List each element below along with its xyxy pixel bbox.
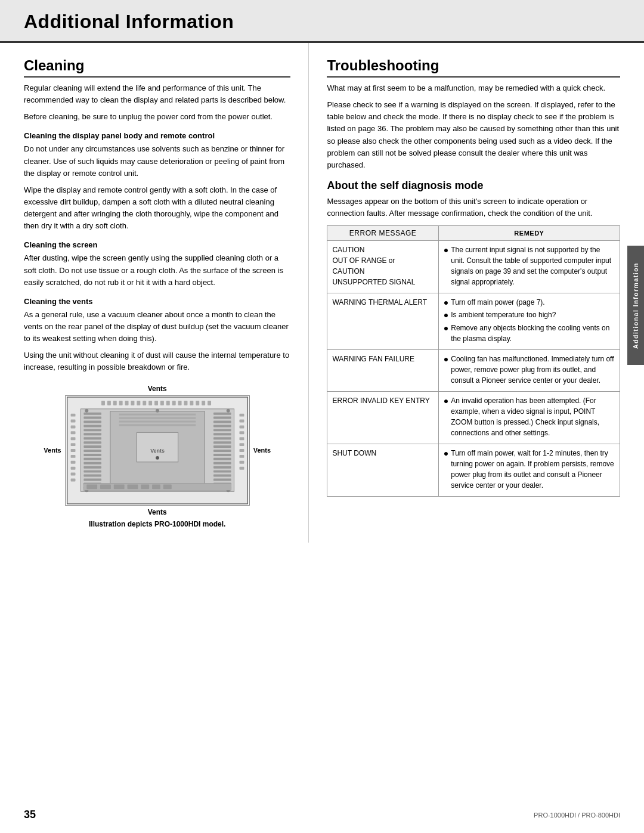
svg-rect-96 <box>127 484 138 489</box>
svg-rect-49 <box>83 437 101 439</box>
svg-rect-4 <box>119 400 122 405</box>
svg-rect-10 <box>154 400 158 405</box>
svg-rect-8 <box>143 400 146 405</box>
svg-rect-66 <box>213 429 231 431</box>
svg-rect-12 <box>166 400 170 405</box>
svg-rect-40 <box>239 460 244 463</box>
svg-rect-41 <box>239 466 244 469</box>
svg-rect-65 <box>213 425 231 427</box>
svg-rect-39 <box>239 454 244 457</box>
page-number: 35 <box>24 809 36 821</box>
svg-rect-69 <box>213 441 231 444</box>
left-column: Cleaning Regular cleaning will extend th… <box>0 43 309 543</box>
svg-rect-76 <box>213 470 231 472</box>
remedy-text: Remove any objects blocking the cooling … <box>451 323 615 344</box>
svg-rect-15 <box>184 400 187 405</box>
svg-rect-1 <box>101 400 105 405</box>
svg-rect-57 <box>83 470 101 472</box>
remedy-text: The current input signal is not supporte… <box>451 244 615 287</box>
svg-rect-6 <box>131 400 134 405</box>
cleaning-intro: Regular cleaning will extend the life an… <box>24 82 290 106</box>
svg-rect-62 <box>213 412 231 414</box>
error-cell: CAUTIONOUT OF RANGE orCAUTIONUNSUPPORTED… <box>327 241 438 293</box>
table-row: SHUT DOWN●Turn off main power, wait for … <box>327 444 620 496</box>
svg-rect-46 <box>83 425 101 427</box>
svg-rect-23 <box>70 431 75 434</box>
svg-point-87 <box>85 408 88 412</box>
svg-rect-95 <box>113 484 124 489</box>
bullet-icon: ● <box>444 354 448 364</box>
svg-rect-93 <box>86 484 97 489</box>
svg-rect-70 <box>213 445 231 448</box>
subsection-display-panel-text1: Do not under any circumstances use solve… <box>24 143 290 179</box>
bullet-item: ●Turn off main power (page 7). <box>444 297 615 308</box>
subsection-screen-title: Cleaning the screen <box>24 240 290 249</box>
svg-rect-30 <box>70 472 75 475</box>
svg-rect-34 <box>239 425 244 428</box>
self-diagnosis-title: About the self diagnosis mode <box>327 179 620 192</box>
svg-rect-78 <box>213 478 231 481</box>
svg-rect-28 <box>70 460 75 463</box>
svg-rect-17 <box>196 400 199 405</box>
svg-rect-21 <box>70 419 75 422</box>
error-cell: WARNING FAN FAILURE <box>327 349 438 391</box>
table-row: WARNING THERMAL ALERT●Turn off main powe… <box>327 293 620 349</box>
svg-rect-24 <box>70 437 75 440</box>
svg-rect-54 <box>83 457 101 460</box>
remedy-text: An invalid operation has been attempted.… <box>451 395 615 438</box>
vents-right-label: Vents <box>253 447 271 454</box>
svg-rect-2 <box>107 400 111 405</box>
bullet-item: ●An invalid operation has been attempted… <box>444 395 615 438</box>
bullet-icon: ● <box>444 309 448 320</box>
page-footer: 35 PRO-1000HDI / PRO-800HDI <box>0 809 644 821</box>
svg-rect-45 <box>83 420 101 423</box>
remedy-cell: ●Turn off main power (page 7).●Is ambien… <box>438 293 620 349</box>
svg-rect-3 <box>113 400 116 405</box>
bullet-icon: ● <box>444 297 448 308</box>
cleaning-before: Before cleaning, be sure to unplug the p… <box>24 111 290 123</box>
svg-rect-32 <box>239 413 244 416</box>
svg-point-88 <box>226 408 230 412</box>
svg-rect-47 <box>83 429 101 431</box>
svg-rect-26 <box>70 449 75 452</box>
svg-rect-18 <box>202 400 205 405</box>
svg-rect-35 <box>239 431 244 434</box>
svg-rect-85 <box>119 424 196 426</box>
table-header-error: ERROR MESSAGE <box>327 226 438 241</box>
remedy-text: Turn off main power, wait for 1-2 minute… <box>451 448 615 491</box>
svg-rect-73 <box>213 457 231 460</box>
svg-rect-37 <box>239 443 244 446</box>
remedy-cell: ●Turn off main power, wait for 1-2 minut… <box>438 444 620 496</box>
error-cell: SHUT DOWN <box>327 444 438 496</box>
bullet-icon: ● <box>444 244 448 255</box>
diagnostic-table: ERROR MESSAGE REMEDY CAUTIONOUT OF RANGE… <box>327 225 620 496</box>
bullet-icon: ● <box>444 323 448 333</box>
remedy-text: Is ambient temperature too high? <box>451 309 556 320</box>
svg-rect-31 <box>70 478 75 481</box>
main-content: Cleaning Regular cleaning will extend th… <box>0 43 644 543</box>
subsection-screen-text: After dusting, wipe the screen gently us… <box>24 252 290 288</box>
sidebar-label: Additional Information <box>632 262 639 349</box>
table-row: CAUTIONOUT OF RANGE orCAUTIONUNSUPPORTED… <box>327 241 620 293</box>
svg-rect-7 <box>137 400 140 405</box>
svg-rect-99 <box>163 484 172 489</box>
svg-rect-67 <box>213 433 231 435</box>
svg-rect-64 <box>213 420 231 423</box>
page-title: Additional Information <box>24 11 620 33</box>
svg-rect-94 <box>100 484 111 489</box>
table-row: ERROR INVALID KEY ENTRY●An invalid opera… <box>327 391 620 444</box>
model-info: PRO-1000HDI / PRO-800HDI <box>534 812 620 819</box>
remedy-cell: ●An invalid operation has been attempted… <box>438 391 620 444</box>
svg-rect-71 <box>213 450 231 452</box>
svg-rect-9 <box>148 400 152 405</box>
display-diagram: Vents <box>65 395 250 506</box>
svg-rect-27 <box>70 454 75 457</box>
svg-rect-44 <box>83 416 101 419</box>
svg-rect-77 <box>213 474 231 476</box>
troubleshooting-intro1: What may at first seem to be a malfuncti… <box>327 82 620 94</box>
svg-rect-97 <box>141 484 149 489</box>
illustration-area: Vents Vents <box>24 385 290 528</box>
svg-rect-53 <box>83 453 101 456</box>
bullet-icon: ● <box>444 395 448 406</box>
svg-rect-56 <box>83 466 101 468</box>
